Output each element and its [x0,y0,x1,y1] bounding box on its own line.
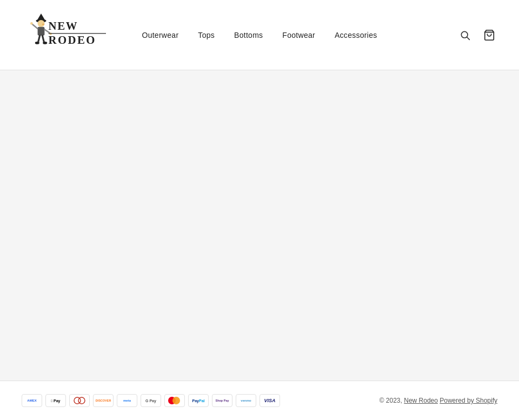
nav-item-outerwear[interactable]: Outerwear [142,31,178,39]
footer-copyright: © 2023, New Rodeo Powered by Shopify [380,397,497,404]
svg-point-12 [43,42,47,44]
mastercard-icon [164,394,185,407]
diners-icon [69,394,90,407]
footer-shopify-link[interactable]: Powered by Shopify [440,397,497,404]
google-pay-icon: G Pay [141,394,161,407]
header-actions [457,27,497,43]
main-content [0,70,519,381]
main-nav: Outerwear Tops Bottoms Footwear Accessor… [142,31,377,39]
nav-item-tops[interactable]: Tops [198,31,215,39]
visa-icon: VISA [260,394,280,407]
site-footer: AMEX  Pay DISCOVER meta G Pay [0,381,519,420]
svg-rect-4 [38,26,45,35]
paypal-icon: PayPal [188,394,209,407]
venmo-icon: venmo [236,394,256,407]
search-icon [460,30,470,41]
svg-line-9 [38,35,39,42]
nav-item-accessories[interactable]: Accessories [335,31,377,39]
svg-text:RODEO: RODEO [49,34,96,46]
svg-point-20 [78,397,85,404]
svg-line-17 [467,37,470,39]
payment-icons: AMEX  Pay DISCOVER meta G Pay [22,394,280,407]
svg-point-11 [35,42,39,44]
nav-item-bottoms[interactable]: Bottoms [234,31,263,39]
svg-point-3 [42,23,45,25]
svg-point-6 [30,22,33,25]
svg-line-5 [32,24,38,29]
meta-pay-icon: meta [117,394,137,407]
footer-inner: AMEX  Pay DISCOVER meta G Pay [22,394,497,407]
logo-image: NEW RODEO [22,8,108,62]
logo[interactable]: NEW RODEO [22,8,108,62]
svg-line-10 [42,35,44,42]
cart-button[interactable] [481,27,497,43]
cart-icon [483,29,495,41]
footer-brand-link[interactable]: New Rodeo [404,397,438,404]
svg-marker-1 [37,14,45,21]
nav-item-footwear[interactable]: Footwear [282,31,315,39]
shop-pay-icon: Shop Pay [212,394,232,407]
apple-pay-icon:  Pay [45,394,66,407]
amex-icon: AMEX [22,394,42,407]
discover-icon: DISCOVER [93,394,114,407]
search-button[interactable] [457,28,473,43]
svg-text:NEW: NEW [49,19,78,32]
svg-point-2 [38,20,45,27]
site-header: NEW RODEO Outerwear Tops Bottoms Footwea… [0,0,519,70]
